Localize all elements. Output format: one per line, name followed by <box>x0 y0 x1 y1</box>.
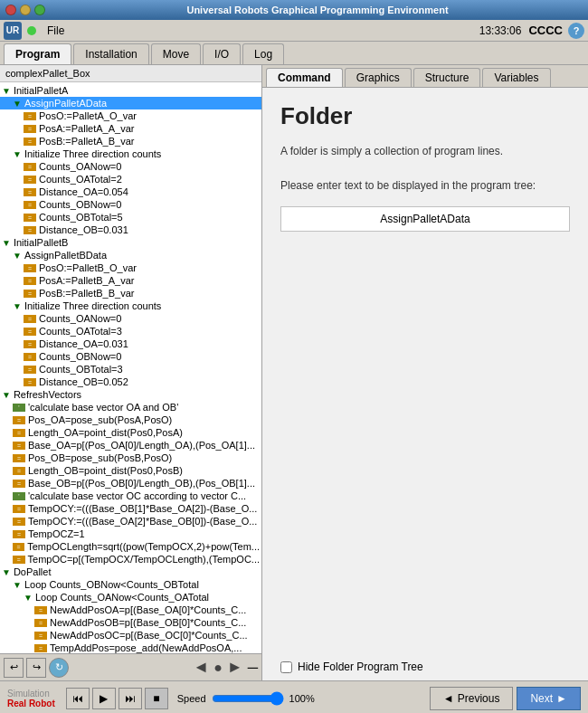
folder-arrow-icon: ▼ <box>13 99 22 109</box>
speed-label: Speed <box>177 693 206 704</box>
tree-item[interactable]: =Counts_OBNow=0 <box>0 198 261 211</box>
tree-item[interactable]: =Counts_OANow=0 <box>0 160 261 173</box>
assign-icon: = <box>24 378 36 386</box>
tree-item[interactable]: =TempOCLength=sqrt((pow(TempOCX,2)+pow(T… <box>0 540 261 553</box>
tree-item[interactable]: ''calculate base vector OC according to … <box>0 490 261 502</box>
help-button[interactable]: ? <box>568 23 584 39</box>
tree-item[interactable]: =NewAddPosOB=p[(Base_OB[0]*Counts_C... <box>0 616 261 629</box>
assign-icon: = <box>24 353 36 361</box>
tree-item[interactable]: =Distance_OA=0.054 <box>0 185 261 198</box>
tree-item[interactable]: ▼Initialize Three direction counts <box>0 299 261 312</box>
tree-item-label: PosB:=PalletA_B_var <box>39 136 134 147</box>
tree-item[interactable]: =Counts_OBTotal=3 <box>0 363 261 376</box>
tree-item[interactable]: =PosB:=PalletB_B_var <box>0 287 261 299</box>
tree-item[interactable]: =Counts_OBTotal=5 <box>0 211 261 223</box>
tree-item[interactable]: =PosO:=PalletB_O_var <box>0 261 261 274</box>
tree-item[interactable]: =Length_OA=point_dist(Pos0,PosA) <box>0 426 261 439</box>
tree-item[interactable]: =Distance_OA=0.031 <box>0 337 261 350</box>
input-prompt: Please enter text to be displayed in the… <box>280 179 570 192</box>
program-tree[interactable]: ▼InitialPalletA▼AssignPalletAData=PosO:=… <box>0 82 261 653</box>
tree-item[interactable]: ▼InitialPalletB <box>0 236 261 249</box>
tree-item-label: TempOCY:=(((Base_OB[1]*Base_OA[2])-(Base… <box>28 503 257 514</box>
tree-item[interactable]: =TempOCY:=(((Base_OA[2]*Base_OB[0])-(Bas… <box>0 515 261 528</box>
tree-item[interactable]: ▼RefreshVectors <box>0 388 261 401</box>
tree-item[interactable]: =Pos_OA=pose_sub(PosA,PosO) <box>0 414 261 426</box>
skip-forward-button[interactable]: ⏭ <box>119 688 142 709</box>
tree-item[interactable]: ▼Initialize Three direction counts <box>0 147 261 160</box>
robot-status: CCCC <box>528 24 563 37</box>
navigation-buttons: ◄ Previous Next ► <box>430 687 581 710</box>
tab-move[interactable]: Move <box>151 43 201 64</box>
tree-item[interactable]: ▼DoPallet <box>0 566 261 578</box>
redo-button[interactable]: ↪ <box>26 658 46 678</box>
tab-log[interactable]: Log <box>242 43 284 64</box>
tree-item-label: PosO:=PalletA_O_var <box>39 110 137 121</box>
tree-item-label: Counts_OBTotal=5 <box>39 212 123 223</box>
next-button[interactable]: Next ► <box>517 687 581 710</box>
tree-item[interactable]: =Counts_OATotal=2 <box>0 173 261 185</box>
tree-item-label: Counts_OBTotal=3 <box>39 364 123 375</box>
tree-item[interactable]: =TempOC=p[(TempOCX/TempOCLength),(TempOC… <box>0 553 261 566</box>
loop-arrow-icon: ▼ <box>24 593 33 603</box>
tab-installation[interactable]: Installation <box>73 43 148 64</box>
play-button[interactable]: ▶ <box>92 688 116 709</box>
maximize-button[interactable] <box>34 5 45 15</box>
tree-item[interactable]: ▼Loop Counts_OANow<Counts_OATotal <box>0 591 261 604</box>
assign-icon: = <box>24 125 36 133</box>
tree-item[interactable]: =PosO:=PalletA_O_var <box>0 109 261 122</box>
file-menu[interactable]: File <box>40 23 71 39</box>
tree-item-label: PosB:=PalletB_B_var <box>39 288 134 299</box>
assign-icon: = <box>24 328 36 336</box>
close-button[interactable] <box>5 5 16 15</box>
tree-item[interactable]: =Base_OB=p[(Pos_OB[0]/Length_OB),(Pos_OB… <box>0 477 261 490</box>
tree-item[interactable]: =PosA:=PalletA_A_var <box>0 122 261 135</box>
assign-icon: = <box>13 505 25 513</box>
tree-item[interactable]: =NewAddPosOA=p[(Base_OA[0]*Counts_C... <box>0 604 261 616</box>
tree-item[interactable]: ▼InitialPalletA <box>0 84 261 97</box>
tab-io[interactable]: I/O <box>203 43 241 64</box>
refresh-button[interactable]: ↻ <box>49 658 69 678</box>
tab-command[interactable]: Command <box>266 68 343 87</box>
speed-slider[interactable] <box>212 691 284 706</box>
tab-variables[interactable]: Variables <box>482 68 550 87</box>
assign-icon: = <box>24 340 36 348</box>
tree-item[interactable]: ''calculate base vector OA and OB' <box>0 401 261 414</box>
tree-item-label: Base_OA=p[(Pos_OA[0]/Length_OA),(Pos_OA[… <box>28 440 255 451</box>
tree-item[interactable]: =Counts_OBNow=0 <box>0 350 261 363</box>
tab-structure[interactable]: Structure <box>413 68 481 87</box>
tree-item[interactable]: =Pos_OB=pose_sub(PosB,PosO) <box>0 452 261 464</box>
assign-icon: = <box>24 176 36 184</box>
undo-button[interactable]: ↩ <box>4 658 24 678</box>
tree-item[interactable]: =TempOCZ=1 <box>0 528 261 540</box>
tree-item[interactable]: =Distance_OB=0.052 <box>0 376 261 388</box>
tree-item[interactable]: =NewAddPosOC=p[(Base_OC[0]*Counts_C... <box>0 629 261 642</box>
tab-program[interactable]: Program <box>4 43 71 64</box>
assign-icon: = <box>24 264 36 272</box>
tree-item[interactable]: =PosA:=PalletB_A_var <box>0 274 261 287</box>
tree-item-label: PosA:=PalletB_A_var <box>39 275 134 286</box>
tree-item-label: PosO:=PalletB_O_var <box>39 262 137 273</box>
assign-icon: = <box>24 226 36 234</box>
tree-item[interactable]: =PosB:=PalletA_B_var <box>0 135 261 147</box>
tree-item[interactable]: ▼AssignPalletBData <box>0 249 261 261</box>
tree-item[interactable]: =Distance_OB=0.031 <box>0 223 261 236</box>
tree-item[interactable]: ▼Loop Counts_OBNow<Counts_OBTotal <box>0 578 261 591</box>
tree-item[interactable]: =Base_OA=p[(Pos_OA[0]/Length_OA),(Pos_OA… <box>0 439 261 452</box>
tree-item[interactable]: =Counts_OANow=0 <box>0 312 261 325</box>
minimize-button[interactable] <box>20 5 31 15</box>
assign-icon: = <box>13 480 25 488</box>
left-panel: complexPallet_Box ▼InitialPalletA▼Assign… <box>0 65 262 680</box>
skip-back-button[interactable]: ⏮ <box>66 688 90 709</box>
tree-item[interactable]: =TempAddPos=pose_add(NewAddPosOA,... <box>0 642 261 653</box>
folder-name-input[interactable] <box>280 206 570 232</box>
stop-button[interactable]: ■ <box>145 688 168 709</box>
tree-item-label: Pos_OB=pose_sub(PosB,PosO) <box>28 452 172 463</box>
previous-button[interactable]: ◄ Previous <box>430 687 514 710</box>
hide-folder-checkbox[interactable] <box>280 661 292 673</box>
assign-icon: = <box>13 518 25 526</box>
tree-item[interactable]: =TempOCY:=(((Base_OB[1]*Base_OA[2])-(Bas… <box>0 502 261 515</box>
tree-item[interactable]: =Length_OB=point_dist(Pos0,PosB) <box>0 464 261 477</box>
tree-item[interactable]: =Counts_OATotal=3 <box>0 325 261 337</box>
tab-graphics[interactable]: Graphics <box>345 68 412 87</box>
tree-item[interactable]: ▼AssignPalletAData <box>0 97 261 109</box>
